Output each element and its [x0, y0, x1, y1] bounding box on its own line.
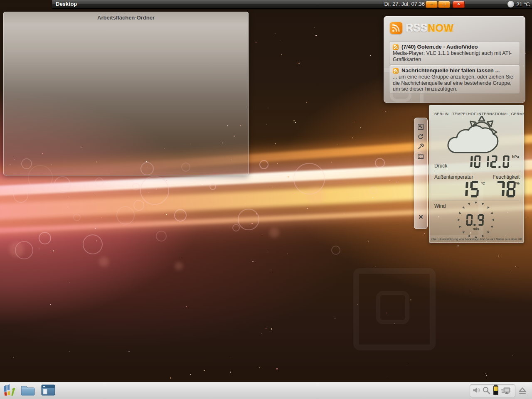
desktop-screen: Desktop Di, 27. Jul, 07:36 – □ × 21 °C A… [0, 0, 532, 399]
pressure-lcd [466, 155, 512, 168]
rssnow-logo-reflection: RSSNOW [390, 26, 454, 34]
bottom-panel [0, 382, 532, 399]
folder-view-widget[interactable]: Arbeitsflächen-Ordner [3, 12, 249, 175]
partly-cloudy-icon [443, 116, 506, 158]
rss-feed-icon [393, 68, 399, 74]
configure-wrench-icon[interactable] [417, 143, 424, 150]
rotate-icon[interactable] [417, 133, 424, 140]
pressure-label: Druck [434, 163, 447, 169]
logo-now-reflection: NOW [428, 26, 454, 34]
temperature-label: Außentemperatur [434, 174, 473, 180]
system-tray [470, 384, 515, 397]
moon-icon [507, 1, 514, 7]
rss-feed-title: (7/40) Golem.de - Audio/Video [401, 44, 478, 50]
window-buttons: – □ × [425, 1, 465, 8]
screenshot-icon[interactable] [417, 153, 424, 160]
pressure-unit: hPa [512, 155, 519, 159]
humidity-unit: % [516, 181, 520, 185]
humidity-label: Feuchtigkeit [493, 174, 520, 180]
separator [433, 171, 520, 171]
humidity-lcd [495, 181, 518, 197]
folder-icon[interactable] [20, 384, 36, 398]
close-icon: × [457, 1, 460, 6]
wind-unit: m/s [457, 227, 495, 231]
device-notifier-eject-icon[interactable] [518, 387, 527, 397]
network-icon[interactable] [501, 386, 511, 397]
rss-feed-item[interactable]: (7/40) Golem.de - Audio/Video Media-Play… [389, 41, 520, 65]
applet-handle[interactable]: × [414, 118, 428, 229]
panel-weather-applet[interactable]: 21 °C [507, 0, 530, 8]
rss-feed-head: Nachrichtenquelle hier fallen lassen ... [393, 67, 516, 74]
panel-clock[interactable]: Di, 27. Jul, 07:36 [384, 0, 425, 8]
rss-icon-reflection [390, 26, 402, 34]
temperature-lcd [459, 181, 482, 197]
maximize-icon: □ [443, 1, 446, 6]
maximize-button[interactable]: □ [438, 1, 450, 8]
weather-station-widget: BERLIN - TEMPELHOF INTERNATIONAL, GERMAN… [429, 105, 524, 243]
battery-icon[interactable] [492, 384, 500, 398]
weather-station-name: BERLIN - TEMPELHOF INTERNATIONAL, GERMAN [434, 112, 524, 116]
logo-reflection-text: RSSNOW [406, 26, 454, 34]
panel-launchers [2, 382, 56, 399]
minimize-button[interactable]: – [426, 1, 438, 8]
search-icon[interactable] [482, 386, 491, 397]
window-icon[interactable] [41, 384, 56, 398]
logo-rss-reflection: RSS [406, 26, 428, 34]
window-title: Desktop [56, 0, 77, 8]
rss-feed-head: (7/40) Golem.de - Audio/Video [393, 44, 516, 50]
separator [433, 200, 520, 200]
rss-feed-body: ... um eine neue Gruppe anzulegen, oder … [393, 74, 516, 92]
rss-feed-body: Media-Player: VLC 1.1.1 beschleunigt auc… [393, 50, 516, 62]
rssnow-widget: RSSNOW RSSNOW (7/40) Golem.de - Audio/Vi… [384, 16, 525, 103]
folder-view-title: Arbeitsflächen-Ordner [4, 12, 248, 21]
minimize-icon: – [430, 1, 433, 6]
volume-icon[interactable] [472, 386, 481, 397]
rss-feed-icon [393, 44, 399, 50]
close-button[interactable]: × [453, 1, 465, 8]
rss-feed-title: Nachrichtenquelle hier fallen lassen ... [401, 67, 500, 74]
app-launcher-icon[interactable] [2, 383, 16, 398]
weather-footer: icher Unterstützung von backstage.bbc.co… [429, 237, 524, 241]
panel-temperature: 21 °C [516, 1, 530, 7]
wind-label: Wind [434, 203, 446, 209]
rss-feed-item[interactable]: Nachrichtenquelle hier fallen lassen ...… [389, 65, 520, 94]
resize-icon[interactable] [417, 123, 424, 130]
wind-lcd [466, 214, 485, 226]
handle-close-icon[interactable]: × [414, 213, 427, 221]
titlebar-panel: Desktop Di, 27. Jul, 07:36 – □ × 21 °C [52, 0, 532, 9]
temperature-unit: °C [481, 181, 485, 185]
